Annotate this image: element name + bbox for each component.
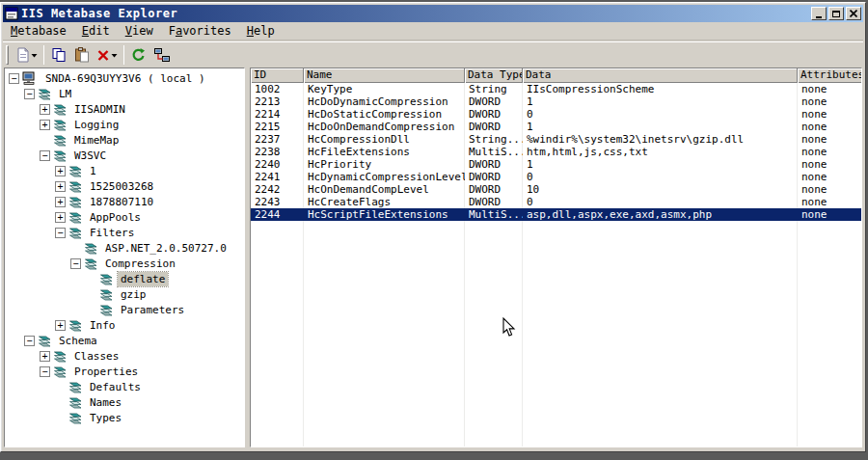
tree-item[interactable]: −Compression xyxy=(5,256,244,271)
tree-item-label: Classes xyxy=(71,349,122,364)
expand-icon[interactable]: + xyxy=(40,351,50,362)
expand-icon[interactable]: + xyxy=(55,320,66,331)
delete-button[interactable] xyxy=(94,44,121,66)
expand-icon[interactable]: + xyxy=(55,166,66,176)
tree-item[interactable]: ASP.NET_2.0.50727.0 xyxy=(5,240,244,256)
toolbar-grip[interactable] xyxy=(6,45,9,65)
tree-item[interactable]: +1525003268 xyxy=(5,178,244,194)
column-header-data[interactable]: Data xyxy=(523,68,798,83)
cell-type: String... xyxy=(465,133,523,146)
close-button[interactable] xyxy=(846,7,861,20)
column-header-id[interactable]: ID xyxy=(251,68,304,83)
table-row[interactable]: 2243HcCreateFlagsDWORD0none xyxy=(251,196,861,208)
expand-icon[interactable]: + xyxy=(40,104,50,115)
tree-item[interactable]: +IISADMIN xyxy=(5,101,244,117)
tree-item-label: Filters xyxy=(87,226,137,240)
menu-favorites[interactable]: Favorites xyxy=(161,23,239,40)
table-row[interactable]: 2244HcScriptFileExtensionsMultiS...asp,d… xyxy=(251,208,861,221)
tree-item[interactable]: +1 xyxy=(5,163,244,178)
collapse-icon[interactable]: − xyxy=(40,366,50,377)
new-key-button[interactable] xyxy=(13,44,41,66)
cell-id: 2238 xyxy=(251,146,304,158)
cell-type: MultiS... xyxy=(465,146,523,158)
expand-icon[interactable]: + xyxy=(55,212,66,223)
menu-metabase[interactable]: Metabase xyxy=(3,23,74,40)
node-icon xyxy=(68,165,83,177)
cell-id: 2240 xyxy=(251,158,304,171)
tree-item[interactable]: −Filters xyxy=(5,225,244,240)
column-header-name[interactable]: Name xyxy=(304,68,465,83)
tree-item[interactable]: −W3SVC xyxy=(5,148,244,163)
node-icon xyxy=(53,149,68,162)
table-row[interactable]: 1002KeyTypeStringIIsCompressionSchemenon… xyxy=(251,83,861,95)
menu-help[interactable]: Help xyxy=(239,23,283,40)
table-row[interactable]: 2237HcCompressionDllString...%windir%\sy… xyxy=(251,133,861,146)
cell-attr: none xyxy=(798,146,862,158)
cell-type: DWORD xyxy=(465,95,523,108)
node-icon xyxy=(68,211,83,224)
tree: −SNDA-69Q3UYY3V6 ( local )−LM+IISADMIN+L… xyxy=(4,68,245,447)
tree-item-label: W3SVC xyxy=(71,149,109,163)
table-row[interactable]: 2214HcDoStaticCompressionDWORD0none xyxy=(251,108,861,121)
tree-item[interactable]: Parameters xyxy=(5,302,244,317)
expand-icon[interactable]: + xyxy=(55,197,66,207)
tree-item[interactable]: Names xyxy=(5,394,244,410)
collapse-icon[interactable]: − xyxy=(40,150,50,161)
tree-item[interactable]: +AppPools xyxy=(5,209,244,225)
collapse-icon[interactable]: − xyxy=(24,89,35,99)
menu-edit[interactable]: Edit xyxy=(74,23,118,40)
table-row[interactable]: 2241HcDynamicCompressionLevelDWORD0none xyxy=(251,171,861,183)
tree-item[interactable]: Defaults xyxy=(5,379,244,394)
tree-item-label: gzip xyxy=(118,287,149,302)
toolbar-separator xyxy=(43,45,44,65)
tree-item[interactable]: deflate xyxy=(5,271,244,286)
tree-item[interactable]: +Info xyxy=(5,317,244,333)
tree-item[interactable]: −SNDA-69Q3UYY3V6 ( local ) xyxy=(5,70,244,86)
tree-item[interactable]: MimeMap xyxy=(5,132,244,148)
tree-item-label: Compression xyxy=(102,257,178,271)
cell-type: DWORD xyxy=(465,108,523,121)
collapse-icon[interactable]: − xyxy=(70,258,81,269)
tree-item[interactable]: −LM xyxy=(5,86,244,101)
tree-item[interactable]: Types xyxy=(5,410,244,425)
delete-icon xyxy=(96,47,110,63)
title-bar[interactable]: IIS Metabase Explorer xyxy=(3,5,863,22)
maximize-button[interactable] xyxy=(828,7,844,20)
cell-attr: none xyxy=(798,183,862,196)
refresh-button[interactable] xyxy=(127,44,150,66)
tree-item-label: ASP.NET_2.0.50727.0 xyxy=(102,241,230,256)
expand-icon[interactable]: + xyxy=(55,181,66,192)
column-header-attributes[interactable]: Attributes xyxy=(798,68,862,83)
table-row[interactable]: 2238HcFileExtensionsMultiS...htm,html,js… xyxy=(251,146,861,158)
table-row[interactable]: 2242HcOnDemandCompLevelDWORD10none xyxy=(251,183,861,196)
cell-data: IIsCompressionScheme xyxy=(523,83,798,95)
column-header-data-type[interactable]: Data Type xyxy=(465,68,523,83)
tree-item[interactable]: gzip xyxy=(5,286,244,302)
connect-button[interactable] xyxy=(150,44,174,66)
tree-item[interactable]: −Properties xyxy=(5,364,244,379)
cell-name: HcDoDynamicCompression xyxy=(304,95,465,108)
tree-item[interactable]: +1878807110 xyxy=(5,194,244,209)
node-icon xyxy=(38,88,52,100)
copy-button[interactable] xyxy=(47,44,70,66)
tree-item[interactable]: +Logging xyxy=(5,117,244,132)
node-icon xyxy=(53,350,68,363)
collapse-icon[interactable]: − xyxy=(55,228,66,238)
minimize-button[interactable] xyxy=(811,7,827,20)
node-icon xyxy=(99,304,114,316)
collapse-icon[interactable]: − xyxy=(9,73,19,84)
cell-name: HcPriority xyxy=(304,158,465,171)
menu-view[interactable]: View xyxy=(118,23,161,40)
table-row[interactable]: 2213HcDoDynamicCompressionDWORD1none xyxy=(251,95,861,108)
cell-attr: none xyxy=(798,196,862,208)
cell-id: 2244 xyxy=(251,208,304,221)
cell-attr: none xyxy=(798,83,862,95)
collapse-icon[interactable]: − xyxy=(24,336,35,346)
table-row[interactable]: 2215HcDoOnDemandCompressionDWORD1none xyxy=(251,121,861,133)
expand-icon[interactable]: + xyxy=(40,120,50,130)
paste-button[interactable] xyxy=(70,44,94,66)
table-row[interactable]: 2240HcPriorityDWORD1none xyxy=(251,158,861,171)
new-document-icon xyxy=(15,47,30,63)
tree-item[interactable]: −Schema xyxy=(5,333,244,348)
tree-item[interactable]: +Classes xyxy=(5,348,244,364)
